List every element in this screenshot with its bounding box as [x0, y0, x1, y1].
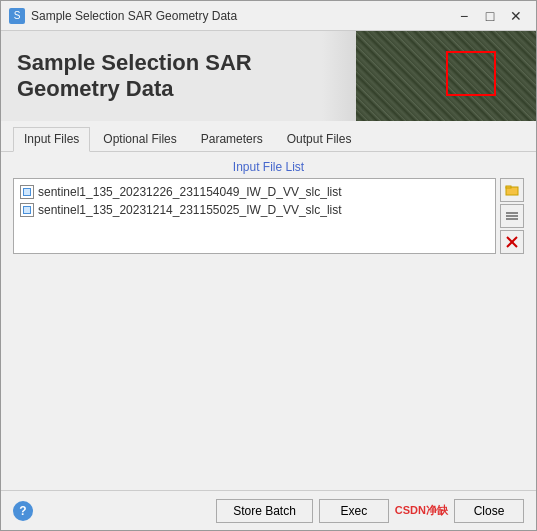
store-batch-button[interactable]: Store Batch: [216, 499, 313, 523]
delete-icon: [505, 235, 519, 249]
restore-button[interactable]: □: [478, 6, 502, 26]
header-banner: Sample Selection SAR Geometry Data: [1, 31, 536, 121]
svg-rect-3: [506, 215, 518, 217]
main-window: S Sample Selection SAR Geometry Data − □…: [0, 0, 537, 531]
minimize-button[interactable]: −: [452, 6, 476, 26]
file-name-1: sentinel1_135_20231226_231154049_IW_D_VV…: [38, 185, 342, 199]
svg-rect-2: [506, 212, 518, 214]
list-item[interactable]: sentinel1_135_20231226_231154049_IW_D_VV…: [14, 183, 495, 201]
help-button[interactable]: ?: [13, 501, 33, 521]
file-list-container[interactable]: sentinel1_135_20231226_231154049_IW_D_VV…: [13, 178, 496, 254]
tab-parameters[interactable]: Parameters: [190, 127, 274, 151]
watermark: CSDN净缺: [395, 503, 448, 518]
bottom-bar: ? Store Batch Exec CSDN净缺 Close: [1, 490, 536, 530]
header-image: [356, 31, 536, 121]
open-folder-button[interactable]: [500, 178, 524, 202]
tabs-container: Input Files Optional Files Parameters Ou…: [1, 121, 536, 152]
folder-icon: [505, 183, 519, 197]
exec-button[interactable]: Exec: [319, 499, 389, 523]
window-controls: − □ ✕: [452, 6, 528, 26]
bottom-left: ?: [13, 501, 33, 521]
svg-rect-1: [506, 186, 511, 188]
delete-button[interactable]: [500, 230, 524, 254]
content-area: Input File List sentinel1_135_20231226_2…: [1, 152, 536, 490]
file-list-inner: sentinel1_135_20231226_231154049_IW_D_VV…: [14, 179, 495, 223]
file-name-2: sentinel1_135_20231214_231155025_IW_D_VV…: [38, 203, 342, 217]
file-icon-1: [20, 185, 34, 199]
svg-rect-4: [506, 218, 518, 220]
tab-input-files[interactable]: Input Files: [13, 127, 90, 152]
header-title: Sample Selection SAR Geometry Data: [17, 50, 252, 103]
tab-optional-files[interactable]: Optional Files: [92, 127, 187, 151]
file-list-label: Input File List: [13, 160, 524, 174]
tab-output-files[interactable]: Output Files: [276, 127, 363, 151]
list-icon: [505, 209, 519, 223]
list-item[interactable]: sentinel1_135_20231214_231155025_IW_D_VV…: [14, 201, 495, 219]
window-title: Sample Selection SAR Geometry Data: [31, 9, 452, 23]
side-buttons: [496, 178, 524, 254]
file-icon-2: [20, 203, 34, 217]
header-red-box: [446, 51, 496, 96]
title-bar: S Sample Selection SAR Geometry Data − □…: [1, 1, 536, 31]
close-button[interactable]: ✕: [504, 6, 528, 26]
bottom-buttons: Store Batch Exec CSDN净缺 Close: [216, 499, 524, 523]
file-list-wrapper: sentinel1_135_20231226_231154049_IW_D_VV…: [13, 178, 524, 254]
close-dialog-button[interactable]: Close: [454, 499, 524, 523]
list-button[interactable]: [500, 204, 524, 228]
window-icon: S: [9, 8, 25, 24]
